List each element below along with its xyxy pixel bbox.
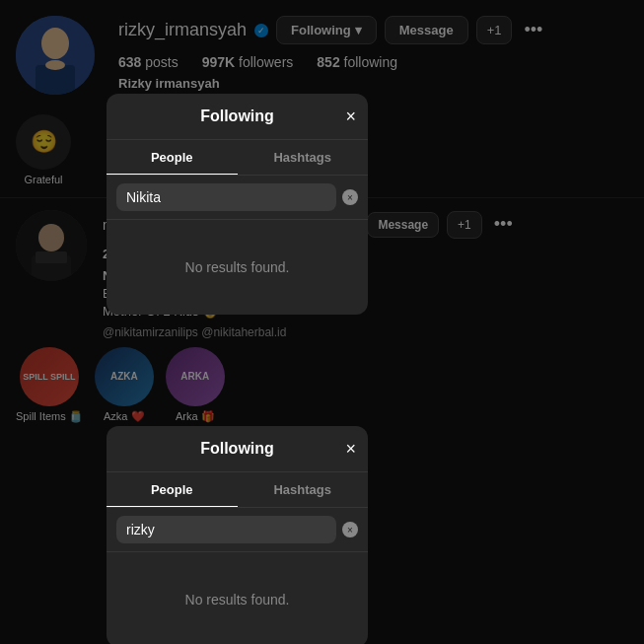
modal-bottom-close-button[interactable]: × (345, 440, 356, 458)
modal-top-search-field[interactable] (116, 183, 336, 211)
modal-bottom-tab-hashtags[interactable]: Hashtags (238, 472, 369, 507)
background-page: rizky_irmansyah ✓ Following ▾ Message +1… (0, 0, 644, 644)
modal-bottom-title: Following (200, 440, 274, 458)
modal-bottom-search-input[interactable] (126, 522, 326, 537)
modal-bottom-tab-people[interactable]: People (107, 472, 238, 507)
following-modal-bottom: Following × People Hashtags × No results… (107, 426, 368, 644)
modal-top-close-button[interactable]: × (345, 107, 356, 125)
modal-top-search: × (107, 176, 368, 220)
modal-top-header: Following × (107, 94, 368, 140)
modal-bottom-no-results: No results found. (107, 552, 368, 644)
modal-top-search-clear-button[interactable]: × (342, 189, 358, 205)
modal-bottom-tabs: People Hashtags (107, 472, 368, 508)
modal-bottom-search-clear-button[interactable]: × (342, 522, 358, 537)
modal-top-tab-people[interactable]: People (107, 140, 238, 175)
modal-top-search-input[interactable] (126, 189, 326, 205)
modal-top-title: Following (200, 107, 274, 125)
modal-top-no-results: No results found. (107, 220, 368, 315)
following-modal-top: Following × People Hashtags × No results… (107, 94, 368, 315)
modal-top-tab-hashtags[interactable]: Hashtags (238, 140, 369, 175)
modal-bottom-search: × (107, 508, 368, 552)
modal-top-tabs: People Hashtags (107, 140, 368, 176)
modal-bottom-header: Following × (107, 426, 368, 472)
modal-bottom-search-field[interactable] (116, 516, 336, 543)
